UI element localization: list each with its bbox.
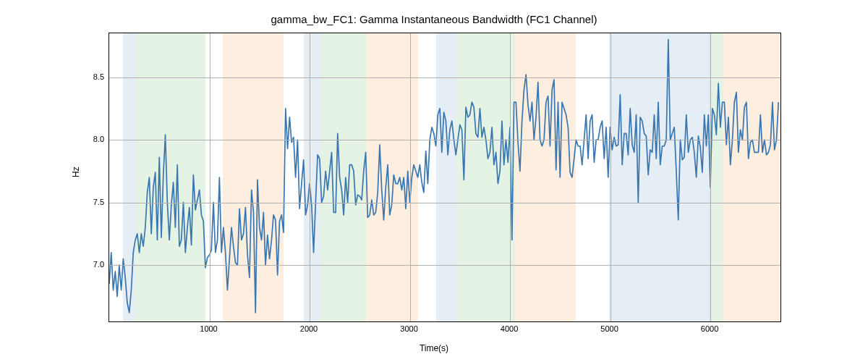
y-tick-label: 8.5 bbox=[93, 72, 104, 81]
y-tick-label: 7.5 bbox=[93, 198, 104, 206]
x-tick-label: 4000 bbox=[501, 324, 518, 333]
grid-line-horizontal bbox=[109, 265, 780, 266]
y-axis-label: Hz bbox=[71, 167, 81, 177]
x-tick-label: 5000 bbox=[600, 324, 618, 333]
x-tick-label: 2000 bbox=[300, 324, 318, 333]
grid-line-horizontal bbox=[109, 140, 780, 140]
plot-area bbox=[109, 33, 781, 322]
y-tick-label: 8.0 bbox=[93, 135, 104, 143]
grid-line-horizontal bbox=[109, 203, 780, 203]
chart-container: gamma_bw_FC1: Gamma Instantaneous Bandwi… bbox=[0, 0, 868, 362]
x-tick-label: 3000 bbox=[400, 324, 417, 333]
x-tick-label: 1000 bbox=[200, 324, 217, 333]
y-tick-label: 7.0 bbox=[93, 260, 104, 269]
x-axis-label: Time(s) bbox=[0, 343, 868, 353]
chart-title: gamma_bw_FC1: Gamma Instantaneous Bandwi… bbox=[0, 13, 868, 25]
x-tick-label: 6000 bbox=[701, 324, 718, 333]
grid-line-horizontal bbox=[109, 77, 780, 78]
